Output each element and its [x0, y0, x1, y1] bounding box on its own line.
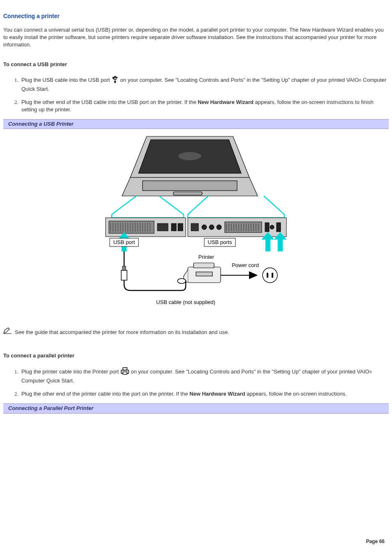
svg-point-32: [217, 225, 221, 230]
svg-rect-26: [171, 223, 176, 231]
svg-rect-25: [157, 223, 168, 231]
svg-rect-5: [173, 192, 202, 195]
svg-point-31: [209, 225, 214, 230]
svg-rect-55: [196, 272, 212, 276]
fig-label-usb-ports: USB ports: [208, 239, 232, 245]
svg-point-0: [114, 76, 115, 78]
parallel-step-1: Plug the printer cable into the Printer …: [20, 367, 389, 385]
fig-label-usb-cable: USB cable (not supplied): [156, 299, 215, 305]
fig-label-power-cord: Power cord: [232, 262, 259, 268]
svg-rect-4: [143, 181, 237, 191]
svg-rect-48: [265, 223, 269, 232]
usb-step-2: Plug the other end of the USB cable into…: [20, 99, 389, 113]
fig-label-printer: Printer: [198, 254, 214, 260]
svg-point-3: [178, 152, 201, 160]
usb-trident-icon: [111, 76, 119, 85]
usb-steps: Plug the USB cable into the USB port on …: [3, 76, 389, 113]
svg-rect-58: [272, 273, 273, 278]
usb-figure-caption: Connecting a USB Printer: [3, 119, 389, 129]
parallel-heading: To connect a parallel printer: [3, 352, 389, 359]
svg-point-56: [263, 268, 277, 283]
usb-figure: USB port USB ports Printer Power cord US…: [3, 132, 389, 311]
fig-label-usb-port: USB port: [113, 239, 135, 245]
intro-paragraph: You can connect a universal serial bus (…: [3, 26, 389, 49]
svg-rect-64: [123, 372, 127, 374]
svg-rect-29: [191, 223, 198, 231]
usb-step-1: Plug the USB cable into the USB port on …: [20, 76, 389, 92]
svg-point-2: [114, 81, 116, 83]
svg-point-49: [270, 225, 274, 229]
usb-heading: To connect a USB printer: [3, 61, 389, 68]
parallel-step-2: Plug the other end of the printer cable …: [20, 390, 389, 398]
svg-rect-57: [267, 273, 268, 278]
page-title: Connecting a printer: [3, 12, 389, 21]
svg-rect-27: [178, 223, 183, 231]
svg-rect-60: [122, 266, 126, 270]
svg-point-30: [202, 225, 207, 230]
pencil-icon: [3, 327, 12, 336]
svg-rect-54: [194, 263, 214, 268]
parallel-steps: Plug the printer cable into the Printer …: [3, 367, 389, 398]
svg-rect-50: [277, 223, 281, 232]
printer-port-icon: [120, 367, 129, 377]
svg-rect-59: [121, 270, 127, 280]
parallel-figure-caption: Connecting a Parallel Port Printer: [3, 403, 389, 413]
svg-rect-1: [113, 77, 114, 78]
note: See the guide that accompanied the print…: [3, 327, 389, 336]
svg-point-61: [178, 279, 186, 283]
